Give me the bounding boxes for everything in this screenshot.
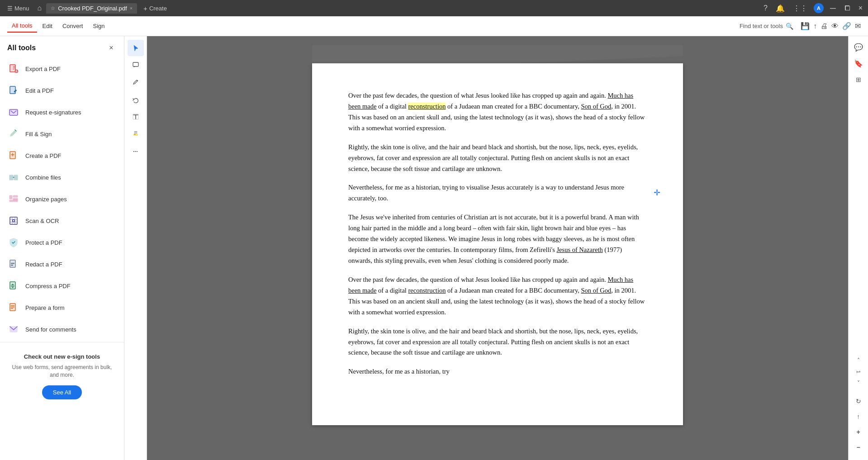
refresh-button[interactable]: ↻ (851, 394, 866, 408)
print-icon[interactable]: 🖨 (821, 22, 828, 30)
scan-ocr-label: Scan & OCR (25, 218, 59, 224)
svg-rect-26 (11, 307, 14, 308)
compress-pdf-icon (7, 280, 20, 292)
menu-button[interactable]: ☰ Menu (4, 3, 33, 14)
svg-rect-3 (10, 86, 15, 94)
save-icon[interactable]: 💾 (801, 22, 810, 30)
more-tools-button[interactable]: ··· (128, 143, 144, 159)
sidebar-item-redact-pdf[interactable]: Redact a PDF (0, 253, 124, 275)
sidebar-promo: Check out new e-sign tools Use web forms… (0, 346, 124, 407)
svg-point-16 (13, 220, 15, 222)
scroll-down-button[interactable]: ˅ (851, 376, 866, 390)
reconstruction-highlight: reconstruction (408, 103, 446, 110)
svg-rect-0 (10, 65, 15, 72)
edit-pdf-label: Edit a PDF (25, 87, 54, 94)
home-button[interactable]: ⌂ (35, 2, 45, 14)
avatar[interactable]: A (814, 3, 824, 13)
find-tools-input[interactable]: Find text or tools 🔍 (736, 21, 797, 32)
sidebar-item-scan-ocr[interactable]: Scan & OCR (0, 210, 124, 232)
comment-panel-button[interactable]: 💬 (851, 40, 866, 54)
minimize-button[interactable]: ─ (828, 3, 838, 14)
close-window-button[interactable]: × (857, 3, 864, 13)
select-tool-button[interactable] (128, 40, 144, 56)
scan-ocr-icon (7, 214, 20, 227)
son-of-god-text-2: Son of God (581, 287, 611, 294)
sidebar-item-send-comments[interactable]: Send for comments (0, 318, 124, 340)
jesus-nazareth-text: Jesus of Nazareth (556, 246, 602, 253)
apps-icon[interactable]: ⋮⋮ (791, 3, 809, 14)
help-icon[interactable]: ? (762, 3, 769, 13)
enhance-icon[interactable]: 👁 (831, 22, 839, 30)
upload-icon[interactable]: ↑ (813, 22, 817, 30)
sidebar-item-combine-files[interactable]: Combine files (0, 166, 124, 188)
create-pdf-icon (7, 149, 20, 162)
son-of-god-text: Son of God (581, 103, 611, 110)
topbar-right: ? 🔔 ⋮⋮ A ─ ⧠ × (762, 3, 864, 14)
create-button[interactable]: + Create (139, 3, 171, 14)
comment-tool-button[interactable] (128, 57, 144, 73)
pages-button[interactable]: ⊞ (851, 72, 866, 87)
sidebar-item-fill-sign[interactable]: Fill & Sign (0, 123, 124, 145)
pdf-tab[interactable]: ☆ Crooked PDF_Original.pdf × (46, 3, 137, 14)
svg-rect-14 (9, 200, 18, 202)
compress-pdf-label: Compress a PDF (25, 283, 71, 289)
create-pdf-label: Create a PDF (25, 152, 61, 159)
main-toolbar: All tools Edit Convert Sign Find text or… (0, 16, 868, 36)
svg-rect-11 (9, 195, 12, 199)
move-cursor-indicator: ✛ (654, 187, 660, 200)
see-all-button[interactable]: See All (42, 385, 82, 399)
sidebar-item-organize-pages[interactable]: Organize pages (0, 188, 124, 210)
share-icon[interactable]: ✉ (855, 22, 861, 30)
export-pdf-icon (7, 62, 20, 75)
edit-pdf-icon (7, 84, 20, 97)
tab-star-icon: ☆ (51, 5, 55, 11)
text-tool-button[interactable] (128, 109, 144, 125)
sidebar-item-protect-pdf[interactable]: Protect a PDF (0, 232, 124, 253)
sidebar-header: All tools × (0, 36, 124, 58)
paragraph-2: Rightly, the skin tone is olive, and the… (348, 142, 647, 175)
tab-close-button[interactable]: × (130, 5, 133, 11)
reconstruction-text-2: reconstruction (408, 287, 446, 294)
promo-text: Use web forms, send agreements in bulk, … (7, 364, 117, 379)
sidebar-item-export-pdf[interactable]: Export a PDF (0, 58, 124, 80)
export-pdf-label: Export a PDF (25, 66, 61, 72)
sidebar-item-compress-pdf[interactable]: Compress a PDF (0, 275, 124, 297)
link-icon[interactable]: 🔗 (842, 22, 851, 30)
sidebar-item-create-pdf[interactable]: Create a PDF (0, 145, 124, 166)
avatar-text: A (815, 5, 822, 12)
svg-rect-20 (11, 265, 13, 266)
zoom-out-button[interactable]: − (851, 440, 866, 455)
svg-rect-9 (9, 175, 13, 180)
sidebar-item-request-esignatures[interactable]: Request e-signatures (0, 101, 124, 123)
highlight-tool-button[interactable] (128, 126, 144, 142)
paragraph-5: Over the past few decades, the question … (348, 275, 647, 318)
zoom-in-button[interactable]: + (851, 425, 866, 439)
restore-button[interactable]: ⧠ (842, 4, 852, 13)
promo-title: Check out new e-sign tools (7, 353, 117, 360)
pdf-content: Over the past few decades, the question … (348, 90, 647, 377)
upload2-button[interactable]: ↑ (851, 409, 866, 424)
all-tools-tab[interactable]: All tools (7, 19, 37, 33)
svg-rect-25 (11, 305, 14, 306)
right-panel: 💬 🔖 ⊞ ˄ 1 ˅ ↻ ↑ + − (848, 36, 868, 460)
fill-sign-icon (7, 128, 20, 140)
sidebar-close-button[interactable]: × (106, 43, 117, 53)
protect-pdf-icon (7, 236, 20, 249)
notifications-icon[interactable]: 🔔 (774, 3, 787, 14)
bookmark-button[interactable]: 🔖 (851, 56, 866, 71)
scroll-up-button[interactable]: ˄ (851, 353, 866, 368)
tab-title: Crooked PDF_Original.pdf (58, 5, 127, 12)
convert-tab[interactable]: Convert (58, 20, 88, 32)
organize-pages-label: Organize pages (25, 196, 67, 203)
undo-tool-button[interactable] (128, 91, 144, 108)
sidebar-item-prepare-form[interactable]: Prepare a form (0, 297, 124, 318)
edit-tab[interactable]: Edit (38, 20, 57, 32)
sidebar-item-edit-pdf[interactable]: Edit a PDF (0, 80, 124, 101)
fill-sign-label: Fill & Sign (25, 131, 52, 138)
send-comments-icon (7, 323, 20, 336)
pdf-area[interactable]: Over the past few decades, the question … (147, 36, 848, 460)
pencil-tool-button[interactable] (128, 74, 144, 90)
sign-tab[interactable]: Sign (88, 20, 109, 32)
redact-pdf-label: Redact a PDF (25, 261, 62, 268)
pdf-page: Over the past few decades, the question … (312, 63, 683, 425)
